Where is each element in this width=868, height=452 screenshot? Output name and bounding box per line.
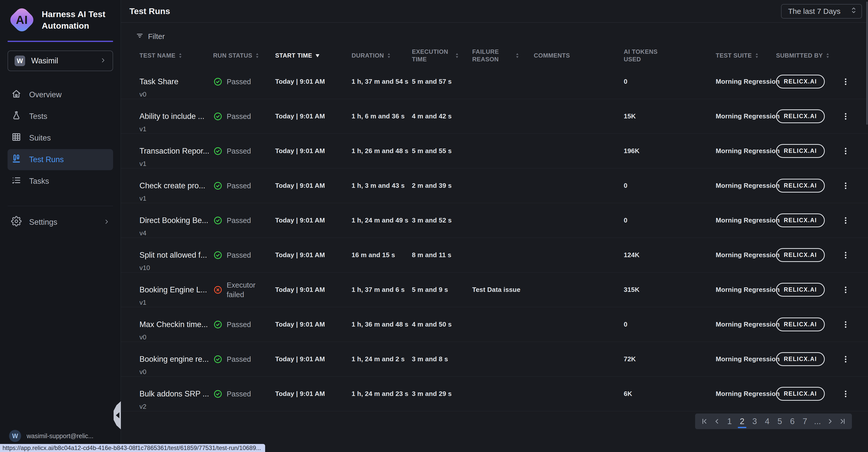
row-actions-cell [839, 64, 862, 99]
test-name-cell[interactable]: Direct Booking Be...v4 [140, 203, 213, 238]
test-name-cell[interactable]: Ability to include ...v1 [140, 99, 213, 133]
submitted-by-cell: RELICX.AI [776, 64, 839, 99]
column-header-submitted-by[interactable]: SUBMITTED BY [776, 52, 839, 59]
test-name-cell[interactable]: Transaction Repor...v1 [140, 134, 213, 168]
pagination-page-7[interactable]: 7 [799, 414, 811, 429]
test-name-cell[interactable]: Check create pro...v1 [140, 169, 213, 203]
sidebar-item-overview[interactable]: Overview [7, 84, 113, 106]
failure-reason-cell [472, 203, 534, 238]
pagination-page-2[interactable]: 2 [736, 414, 748, 429]
date-range-select[interactable]: The last 7 Days [781, 4, 862, 19]
column-header-execution-time[interactable]: EXECUTION TIME [412, 48, 472, 63]
test-suite-value: Morning Regression [716, 355, 780, 363]
row-menu-button[interactable] [839, 283, 852, 296]
table-row[interactable]: Check create pro...v1PassedToday | 9:01 … [121, 169, 868, 203]
vertical-scrollbar[interactable] [866, 1, 868, 125]
column-header-ai-tokens-used: AI TOKENS USED [624, 48, 716, 63]
execution-time-value: 2 m and 39 s [412, 182, 452, 189]
sidebar-user[interactable]: W wasimil-support@relic... [9, 430, 93, 442]
sidebar-item-tasks[interactable]: Tasks [7, 171, 113, 192]
duration-value: 1 h, 24 m and 49 s [351, 216, 408, 224]
run-status-label: Passed [227, 320, 251, 329]
table-row[interactable]: Max Checkin time...v0PassedToday | 9:01 … [121, 307, 868, 342]
submitted-by-badge: RELICX.AI [776, 179, 825, 192]
pagination-page-4[interactable]: 4 [762, 414, 773, 429]
sidebar-item-test-runs[interactable]: Test Runs [7, 149, 113, 170]
test-name-link[interactable]: Booking engine re... [140, 354, 209, 364]
column-header-failure-reason[interactable]: FAILURE REASON [472, 48, 534, 63]
test-name-link[interactable]: Transaction Repor... [140, 146, 209, 156]
test-name-link[interactable]: Direct Booking Be... [140, 215, 208, 226]
row-menu-button[interactable] [839, 318, 852, 331]
failure-reason-cell [472, 376, 534, 411]
test-name-cell[interactable]: Booking engine re...v0 [140, 342, 213, 376]
tasks-icon [11, 175, 22, 187]
run-status-cell: Passed [213, 238, 275, 272]
table-row[interactable]: Bulk addons SRP ...v2PassedToday | 9:01 … [121, 376, 868, 411]
pagination-page-5[interactable]: 5 [774, 414, 785, 429]
comments-cell [534, 64, 624, 99]
ai-tokens-cell: 0 [624, 169, 716, 203]
pagination-page-6[interactable]: 6 [786, 414, 798, 429]
pagination-last-button[interactable] [837, 414, 848, 429]
table-row[interactable]: Task Sharev0PassedToday | 9:01 AM1 h, 37… [121, 64, 868, 99]
sort-arrows-icon [455, 52, 459, 59]
row-menu-button[interactable] [839, 249, 852, 262]
column-header-test-suite[interactable]: TEST SUITE [716, 52, 776, 59]
row-menu-button[interactable] [839, 76, 852, 88]
table-row[interactable]: Split not allowed f...v10PassedToday | 9… [121, 238, 868, 272]
row-menu-button[interactable] [839, 388, 852, 400]
run-status-label: Passed [227, 181, 251, 190]
row-menu-button[interactable] [839, 353, 852, 365]
pagination-page-1[interactable]: 1 [724, 414, 735, 429]
test-suite-cell: Morning Regression [716, 64, 776, 99]
sidebar-item-tests[interactable]: Tests [7, 106, 113, 127]
column-header-duration[interactable]: DURATION [351, 52, 412, 59]
column-header-test-name[interactable]: TEST NAME [140, 52, 213, 59]
row-menu-button[interactable] [839, 145, 852, 157]
test-suite-cell: Morning Regression [716, 376, 776, 411]
ai-tokens-value: 0 [624, 182, 627, 189]
test-name-link[interactable]: Ability to include ... [140, 111, 204, 122]
column-header-run-status[interactable]: RUN STATUS [213, 52, 275, 59]
row-menu-button[interactable] [839, 214, 852, 227]
pagination-prev-button[interactable] [711, 414, 723, 429]
table-row[interactable]: Booking Engine L...v1Executor failedToda… [121, 272, 868, 307]
table-row[interactable]: Booking engine re...v0PassedToday | 9:01… [121, 342, 868, 376]
test-name-cell[interactable]: Max Checkin time...v0 [140, 307, 213, 342]
row-menu-button[interactable] [839, 110, 852, 123]
test-suite-value: Morning Regression [716, 286, 780, 294]
ai-tokens-value: 196K [624, 147, 640, 155]
test-name-link[interactable]: Booking Engine L... [140, 284, 207, 295]
table-row[interactable]: Transaction Repor...v1PassedToday | 9:01… [121, 134, 868, 169]
test-name-link[interactable]: Task Share [140, 77, 179, 87]
pagination-first-button[interactable] [699, 414, 710, 429]
user-avatar: W [9, 430, 21, 442]
table-row[interactable]: Direct Booking Be...v4PassedToday | 9:01… [121, 203, 868, 238]
test-version: v10 [140, 264, 150, 272]
test-name-cell[interactable]: Task Sharev0 [140, 64, 213, 99]
filter-button[interactable]: Filter [136, 30, 179, 43]
test-name-link[interactable]: Bulk addons SRP ... [140, 389, 209, 399]
column-header-start-time[interactable]: START TIME [275, 52, 351, 59]
sidebar-item-suites[interactable]: Suites [7, 127, 113, 149]
submitted-by-cell: RELICX.AI [776, 376, 839, 411]
start-time-cell: Today | 9:01 AM [275, 99, 351, 133]
pagination-next-button[interactable] [824, 414, 836, 429]
brand-divider [7, 41, 113, 42]
test-name-link[interactable]: Check create pro... [140, 181, 205, 191]
test-name-cell[interactable]: Split not allowed f...v10 [140, 238, 213, 272]
row-menu-button[interactable] [839, 180, 852, 192]
test-name-cell[interactable]: Bulk addons SRP ...v2 [140, 376, 213, 411]
pagination-page-3[interactable]: 3 [749, 414, 761, 429]
table-row[interactable]: Ability to include ...v1PassedToday | 9:… [121, 99, 868, 134]
account-switcher[interactable]: W Wasimil [7, 51, 113, 71]
test-name-cell[interactable]: Booking Engine L...v1 [140, 272, 213, 307]
test-runs-icon [11, 153, 22, 166]
test-name-link[interactable]: Max Checkin time... [140, 319, 208, 330]
ai-tokens-value: 124K [624, 251, 640, 259]
test-name-link[interactable]: Split not allowed f... [140, 250, 207, 261]
link-preview-status-bar: https://app.relicx.ai/b8c04a12-cd4b-416e… [0, 444, 265, 452]
sidebar-item-settings[interactable]: Settings [7, 212, 113, 233]
test-version: v1 [140, 159, 146, 168]
